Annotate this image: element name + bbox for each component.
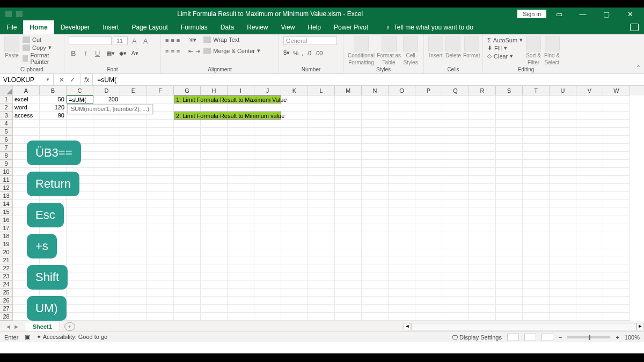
- cell[interactable]: [335, 297, 362, 305]
- cell[interactable]: [576, 104, 603, 112]
- cancel-formula-icon[interactable]: ✕: [59, 76, 64, 84]
- cell[interactable]: [576, 136, 603, 144]
- cell[interactable]: [13, 128, 40, 136]
- cell[interactable]: [147, 200, 174, 208]
- cell[interactable]: [281, 224, 308, 232]
- cell[interactable]: [550, 280, 576, 289]
- cell[interactable]: [603, 200, 630, 208]
- cell[interactable]: [603, 305, 630, 313]
- cell[interactable]: [147, 313, 174, 321]
- cell[interactable]: [308, 152, 335, 160]
- format-as-table-button[interactable]: Format asTable: [377, 36, 401, 65]
- cell[interactable]: [389, 184, 415, 192]
- cell[interactable]: [496, 160, 523, 168]
- cell[interactable]: excel: [13, 95, 40, 104]
- cell[interactable]: [523, 297, 550, 305]
- cell[interactable]: [308, 120, 335, 128]
- display-settings-button[interactable]: 🖵 Display Settings: [452, 334, 502, 341]
- cell[interactable]: [389, 192, 415, 200]
- cell[interactable]: [362, 256, 389, 264]
- merged-cell-min[interactable]: 2. Limit Formula Result to Minimum value: [174, 112, 281, 120]
- cell[interactable]: [362, 240, 389, 248]
- cell[interactable]: [603, 144, 630, 152]
- cell[interactable]: [550, 120, 576, 128]
- cell[interactable]: [362, 200, 389, 208]
- shrink-font-icon[interactable]: A: [141, 37, 150, 45]
- cell[interactable]: [120, 95, 147, 104]
- cell[interactable]: [603, 289, 630, 297]
- cell[interactable]: [442, 176, 469, 184]
- cell[interactable]: [93, 136, 120, 144]
- row-header[interactable]: 22: [0, 264, 13, 272]
- cell[interactable]: [120, 184, 147, 192]
- column-header[interactable]: I: [228, 86, 254, 95]
- cell[interactable]: [603, 224, 630, 232]
- cell[interactable]: [308, 208, 335, 216]
- cell[interactable]: [603, 280, 630, 289]
- cell[interactable]: [335, 95, 362, 104]
- cell[interactable]: [523, 272, 550, 280]
- cell[interactable]: [415, 168, 442, 176]
- cell[interactable]: [308, 168, 335, 176]
- cell[interactable]: [469, 184, 496, 192]
- sort-filter-button[interactable]: Sort &Filter: [526, 36, 541, 65]
- cell[interactable]: access: [13, 112, 40, 120]
- cell[interactable]: [415, 112, 442, 120]
- cell[interactable]: [93, 128, 120, 136]
- cell[interactable]: [254, 184, 281, 192]
- cell[interactable]: [201, 136, 228, 144]
- row-header[interactable]: 24: [0, 280, 13, 289]
- conditional-formatting-button[interactable]: ConditionalFormatting: [348, 36, 375, 65]
- cell[interactable]: [469, 104, 496, 112]
- cell[interactable]: [174, 305, 201, 313]
- cell[interactable]: [523, 305, 550, 313]
- font-size-select[interactable]: [114, 36, 128, 45]
- cell[interactable]: [550, 224, 576, 232]
- cell[interactable]: [415, 128, 442, 136]
- cell[interactable]: [174, 256, 201, 264]
- cell[interactable]: [523, 224, 550, 232]
- cell[interactable]: [147, 176, 174, 184]
- align-left-icon[interactable]: ≡: [165, 48, 169, 55]
- cell[interactable]: [228, 192, 254, 200]
- cell[interactable]: [281, 176, 308, 184]
- cell[interactable]: [335, 184, 362, 192]
- cell[interactable]: [281, 136, 308, 144]
- cell[interactable]: [496, 192, 523, 200]
- cell[interactable]: [496, 216, 523, 224]
- cell[interactable]: [603, 232, 630, 240]
- cell[interactable]: [93, 160, 120, 168]
- cell[interactable]: [469, 224, 496, 232]
- cell[interactable]: [308, 112, 335, 120]
- cell[interactable]: [120, 224, 147, 232]
- cell[interactable]: [442, 208, 469, 216]
- comma-icon[interactable]: ,: [302, 50, 303, 56]
- cell[interactable]: [523, 208, 550, 216]
- row-header[interactable]: 17: [0, 224, 13, 232]
- cell[interactable]: [120, 168, 147, 176]
- cell[interactable]: [201, 264, 228, 272]
- cell[interactable]: [147, 136, 174, 144]
- cell[interactable]: [603, 240, 630, 248]
- cell[interactable]: [550, 128, 576, 136]
- cell[interactable]: [201, 208, 228, 216]
- cell[interactable]: [415, 176, 442, 184]
- cell[interactable]: [281, 192, 308, 200]
- cell[interactable]: [362, 313, 389, 321]
- cell[interactable]: [254, 160, 281, 168]
- cell[interactable]: [228, 289, 254, 297]
- cell[interactable]: [550, 248, 576, 256]
- cell[interactable]: [335, 112, 362, 120]
- cell[interactable]: [228, 297, 254, 305]
- cell[interactable]: [496, 152, 523, 160]
- cell[interactable]: [469, 95, 496, 104]
- cell[interactable]: [523, 248, 550, 256]
- cell[interactable]: [442, 95, 469, 104]
- cell[interactable]: [523, 152, 550, 160]
- cell[interactable]: [523, 232, 550, 240]
- cell[interactable]: [469, 168, 496, 176]
- cell[interactable]: [389, 305, 415, 313]
- cell[interactable]: [415, 152, 442, 160]
- cell[interactable]: [576, 168, 603, 176]
- cell[interactable]: [281, 216, 308, 224]
